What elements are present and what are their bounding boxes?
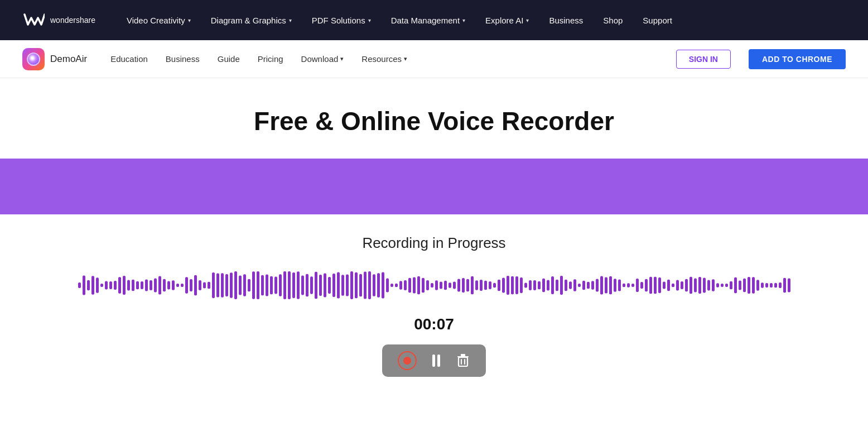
svg-rect-112 <box>578 284 581 287</box>
sec-nav-resources[interactable]: Resources ▾ <box>361 54 407 64</box>
nav-item-data-management[interactable]: Data Management ▾ <box>391 16 465 25</box>
svg-rect-110 <box>569 281 572 289</box>
page-title: Free & Online Voice Recorder <box>0 106 868 136</box>
purple-banner <box>0 159 868 214</box>
main-content: Free & Online Voice Recorder Recording i… <box>0 78 868 399</box>
add-to-chrome-button[interactable]: ADD TO CHROME <box>749 49 846 69</box>
svg-rect-123 <box>627 283 630 288</box>
recorder-section: Recording in Progress // We'll generate … <box>0 214 868 399</box>
sign-in-button[interactable]: SIGN IN <box>676 50 731 69</box>
svg-rect-70 <box>390 284 393 287</box>
svg-rect-47 <box>288 271 291 299</box>
svg-rect-115 <box>591 281 594 289</box>
svg-rect-109 <box>565 280 567 291</box>
svg-rect-97 <box>511 276 514 294</box>
svg-rect-63 <box>359 274 362 297</box>
svg-rect-91 <box>484 281 487 290</box>
svg-rect-98 <box>515 276 518 294</box>
svg-rect-106 <box>551 276 554 294</box>
waveform-display: // We'll generate the waveform bars via … <box>22 269 846 302</box>
svg-rect-153 <box>761 282 764 288</box>
svg-rect-4 <box>96 277 99 293</box>
svg-rect-27 <box>199 280 201 290</box>
svg-rect-79 <box>431 283 433 288</box>
svg-rect-13 <box>136 281 139 289</box>
svg-rect-86 <box>462 278 465 293</box>
svg-rect-11 <box>127 280 130 290</box>
svg-rect-122 <box>623 284 625 287</box>
svg-rect-156 <box>774 283 777 288</box>
svg-rect-14 <box>141 281 143 289</box>
svg-rect-44 <box>274 277 277 294</box>
svg-rect-49 <box>297 271 300 299</box>
svg-rect-28 <box>203 282 206 289</box>
product-logo[interactable]: DemoAir <box>22 48 87 70</box>
pause-button[interactable] <box>432 355 440 367</box>
nav-item-support[interactable]: Support <box>643 16 672 25</box>
svg-rect-24 <box>185 277 188 294</box>
svg-rect-31 <box>216 274 219 298</box>
svg-rect-131 <box>663 281 666 289</box>
svg-rect-145 <box>725 284 728 287</box>
chevron-down-icon: ▾ <box>368 17 371 23</box>
wondershare-logo[interactable]: wondershare <box>22 12 95 28</box>
svg-rect-8 <box>114 281 117 290</box>
svg-rect-53 <box>315 272 317 299</box>
svg-rect-157 <box>779 282 782 288</box>
delete-button[interactable] <box>456 353 470 368</box>
svg-rect-62 <box>355 272 358 299</box>
chevron-down-icon: ▾ <box>340 55 344 63</box>
sec-nav-guide[interactable]: Guide <box>218 54 240 64</box>
svg-rect-42 <box>266 275 268 296</box>
nav-item-business[interactable]: Business <box>549 16 583 25</box>
nav-item-explore-ai[interactable]: Explore AI ▾ <box>485 16 529 25</box>
svg-rect-71 <box>395 284 398 288</box>
svg-rect-51 <box>306 274 308 297</box>
svg-rect-32 <box>221 273 224 298</box>
svg-rect-6 <box>105 281 108 289</box>
svg-rect-152 <box>756 280 759 291</box>
svg-rect-80 <box>435 280 438 290</box>
pause-icon <box>432 355 440 367</box>
svg-rect-65 <box>368 271 371 299</box>
svg-rect-50 <box>301 275 304 295</box>
nav-item-pdf-solutions[interactable]: PDF Solutions ▾ <box>312 16 371 25</box>
svg-rect-18 <box>158 276 161 295</box>
svg-rect-30 <box>212 272 215 298</box>
svg-rect-125 <box>636 279 639 292</box>
svg-rect-19 <box>163 279 166 292</box>
svg-rect-67 <box>377 273 380 298</box>
secondary-navigation: DemoAir Education Business Guide Pricing… <box>0 40 868 78</box>
svg-rect-82 <box>444 281 447 290</box>
nav-item-diagram-graphics[interactable]: Diagram & Graphics ▾ <box>211 16 292 25</box>
stop-button[interactable] <box>398 351 417 370</box>
svg-rect-134 <box>676 280 679 291</box>
nav-item-shop[interactable]: Shop <box>603 16 623 25</box>
svg-rect-119 <box>609 276 612 295</box>
nav-item-video-creativity[interactable]: Video Creativity ▾ <box>127 16 191 25</box>
svg-rect-3 <box>91 276 94 294</box>
svg-rect-64 <box>364 271 367 299</box>
sec-nav-business[interactable]: Business <box>166 54 200 64</box>
sec-nav-download[interactable]: Download ▾ <box>301 54 344 64</box>
svg-rect-12 <box>132 280 134 291</box>
svg-rect-126 <box>640 282 643 289</box>
svg-rect-105 <box>547 280 549 290</box>
svg-rect-17 <box>154 278 157 292</box>
svg-rect-141 <box>707 280 710 290</box>
product-name: DemoAir <box>50 54 87 65</box>
sec-nav-pricing[interactable]: Pricing <box>258 54 283 64</box>
svg-rect-5 <box>100 284 103 287</box>
svg-rect-75 <box>413 277 416 294</box>
product-icon <box>22 48 45 70</box>
svg-rect-23 <box>181 284 184 287</box>
svg-rect-108 <box>560 276 563 295</box>
svg-rect-99 <box>520 277 523 293</box>
svg-rect-58 <box>337 272 340 298</box>
svg-rect-83 <box>449 282 451 288</box>
sec-nav-education[interactable]: Education <box>110 54 148 64</box>
svg-rect-104 <box>542 279 545 292</box>
svg-rect-100 <box>524 282 527 288</box>
svg-rect-121 <box>618 279 621 291</box>
recording-status: Recording in Progress <box>22 234 846 252</box>
